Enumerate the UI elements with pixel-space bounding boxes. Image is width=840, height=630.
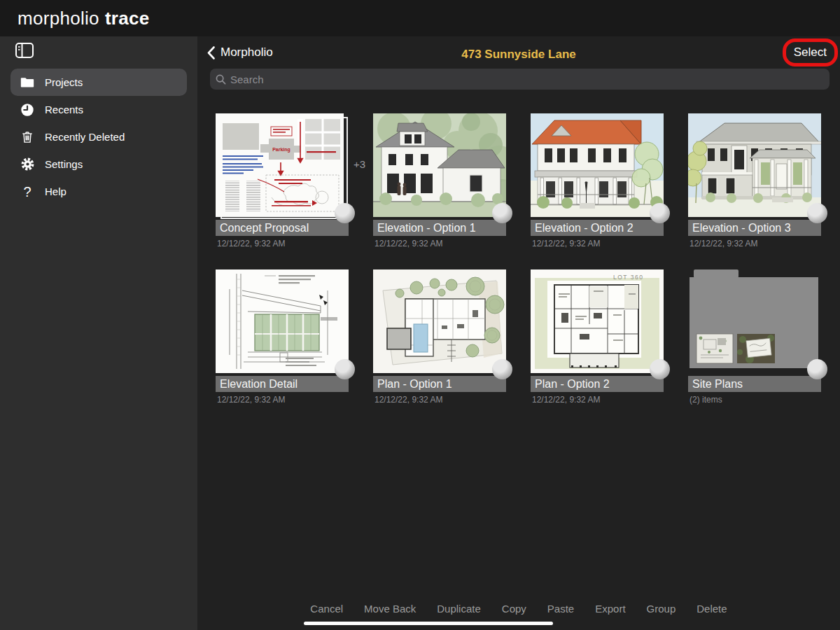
svg-text:Parking: Parking [272,147,290,153]
search-input[interactable]: Search [210,69,830,90]
home-indicator[interactable] [304,622,553,625]
card-item-count: (2) items [688,395,821,405]
thumbnail-elevation-option-1 [373,113,506,217]
gear-icon [19,156,36,173]
card-title: Site Plans [688,376,821,392]
paste-button[interactable]: Paste [547,603,574,615]
page-curl-badge [650,359,670,379]
page-curl-badge [335,359,355,379]
card-date: 12/12/22, 9:32 AM [373,239,506,248]
bottom-toolbar: Cancel Move Back Duplicate Copy Paste Ex… [197,603,840,615]
thumbnail-elevation-detail [216,270,349,373]
sidebar-item-label: Help [45,186,66,197]
stack-count-badge: +3 [354,158,365,170]
card-title: Plan - Option 2 [531,376,664,392]
card-date: 12/12/22, 9:32 AM [531,395,664,405]
card-title: Plan - Option 1 [373,376,506,392]
export-button[interactable]: Export [595,603,625,615]
search-icon [216,74,226,85]
logo-primary: morpholio [18,8,99,29]
move-back-button[interactable]: Move Back [364,603,416,615]
project-grid: Parking [216,113,821,405]
card-plan-option-1[interactable]: Plan - Option 1 12/12/22, 9:32 AM [373,270,506,405]
card-date: 12/12/22, 9:32 AM [216,395,349,405]
card-date: 12/12/22, 9:32 AM [688,239,821,248]
main-panel: Morpholio 473 Sunnyside Lane Select Sear… [197,36,840,630]
app-logo: morpholiotrace [18,8,150,29]
card-title: Concept Proposal [216,220,349,236]
search-placeholder: Search [230,74,264,85]
card-title: Elevation - Option 1 [373,220,506,236]
logo-secondary: trace [105,8,150,29]
card-elevation-option-2[interactable]: Elevation - Option 2 12/12/22, 9:32 AM [531,113,664,248]
card-title: Elevation - Option 2 [531,220,664,236]
svg-text:LOT 360: LOT 360 [613,274,643,281]
sidebar-item-recently-deleted[interactable]: Recently Deleted [10,123,187,150]
sidebar-item-help[interactable]: ? Help [10,178,187,205]
card-plan-option-2[interactable]: LOT 360 [531,270,664,405]
sidebar-item-label: Recents [45,104,83,115]
page-curl-badge [807,203,827,223]
sidebar-item-label: Projects [45,76,83,88]
thumbnail-elevation-option-3 [688,113,821,217]
sidebar-item-projects[interactable]: Projects [10,69,187,96]
sidebar-item-recents[interactable]: Recents [10,96,187,123]
card-site-plans-folder[interactable]: Site Plans (2) items [688,270,821,405]
page-curl-badge [335,203,355,223]
page-title: 473 Sunnyside Lane [197,48,840,62]
sidebar-item-settings[interactable]: Settings [10,150,187,178]
sidebar-nav: Projects Recents Recently Deleted [0,69,197,205]
app-top-bar: morpholiotrace [0,0,840,36]
card-title: Elevation Detail [216,376,349,392]
cancel-button[interactable]: Cancel [310,603,343,615]
sidebar-toggle-icon[interactable] [15,43,34,58]
copy-button[interactable]: Copy [502,603,526,615]
folder-icon [19,74,36,91]
card-elevation-option-3[interactable]: Elevation - Option 3 12/12/22, 9:32 AM [688,113,821,248]
question-icon: ? [19,183,36,200]
card-concept-proposal[interactable]: Parking [216,113,349,248]
page-curl-badge [807,359,827,379]
group-button[interactable]: Group [647,603,676,615]
thumbnail-plan-option-1 [373,270,506,373]
page-curl-badge [492,359,512,379]
thumbnail-elevation-option-2 [531,113,664,217]
thumbnail-plan-option-2: LOT 360 [531,270,664,373]
card-date: 12/12/22, 9:32 AM [216,239,349,248]
duplicate-button[interactable]: Duplicate [437,603,481,615]
delete-button[interactable]: Delete [696,603,727,615]
thumbnail-site-plans-folder [688,270,821,373]
page-curl-badge [492,203,512,223]
page-curl-badge [650,203,670,223]
select-button[interactable]: Select [794,46,827,59]
thumbnail-concept-proposal: Parking [216,113,349,217]
card-elevation-detail[interactable]: Elevation Detail 12/12/22, 9:32 AM [216,270,349,405]
sidebar: Projects Recents Recently Deleted [0,36,197,630]
annotation-highlight: Select [783,38,838,66]
card-title: Elevation - Option 3 [688,220,821,236]
card-date: 12/12/22, 9:32 AM [531,239,664,248]
card-date: 12/12/22, 9:32 AM [373,395,506,405]
trash-icon [19,129,36,146]
sidebar-item-label: Recently Deleted [45,131,125,143]
clock-icon [19,102,36,118]
card-elevation-option-1[interactable]: Elevation - Option 1 12/12/22, 9:32 AM [373,113,506,248]
sidebar-item-label: Settings [45,158,83,170]
